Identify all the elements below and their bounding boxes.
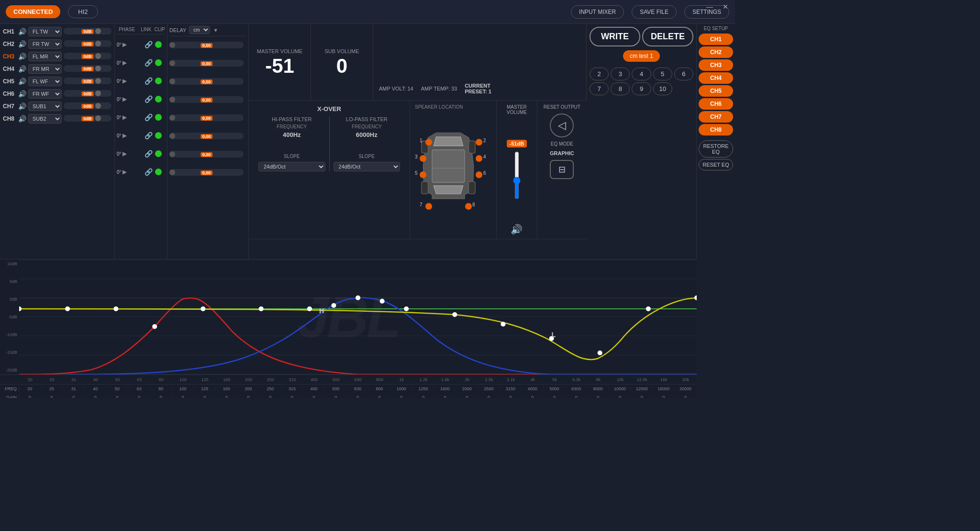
phase-arrow-0[interactable]: ▶ [122, 41, 127, 48]
eq-table-cell: 630 [347, 386, 369, 391]
eq-ch-button-ch5[interactable]: CH5 [699, 85, 733, 97]
phase-arrow-6[interactable]: ▶ [122, 150, 127, 157]
phase-arrow-3[interactable]: ▶ [122, 96, 127, 102]
link-icon-0[interactable]: 🔗 [144, 41, 153, 48]
connected-button[interactable]: CONNECTED [6, 5, 60, 18]
link-icon-5[interactable]: 🔗 [144, 132, 153, 139]
eq-ch-button-ch2[interactable]: CH2 [699, 46, 733, 58]
ch-speaker-icon-1[interactable]: 🔊 [18, 40, 26, 48]
link-icon-4[interactable]: 🔗 [144, 113, 153, 121]
svg-point-12 [307, 306, 312, 311]
ch-select-7[interactable]: SUB2 [28, 114, 62, 124]
preset-num-btn-6[interactable]: 6 [674, 68, 693, 80]
speaker-diagram: 1 2 3 4 5 6 7 8 [415, 112, 491, 235]
hi2-button[interactable]: HI2 [68, 5, 98, 18]
delete-button[interactable]: DELETE [642, 27, 693, 46]
phase-arrow-2[interactable]: ▶ [122, 78, 127, 84]
eq-table-cell: 12500 [631, 386, 653, 391]
link-icon-6[interactable]: 🔗 [144, 150, 153, 158]
delay-unit-select[interactable]: cm [189, 26, 210, 34]
minimize-button[interactable]: — [703, 2, 716, 11]
save-file-button[interactable]: SAVE FILE [632, 5, 677, 19]
svg-rect-3 [469, 141, 476, 153]
svg-point-21 [646, 306, 651, 311]
eq-table-row-gain: GAIN0000000000000000000000000000000 [0, 393, 697, 398]
ch-select-4[interactable]: FL WF [28, 77, 62, 86]
ch-speaker-icon-5[interactable]: 🔊 [18, 90, 26, 98]
link-icon-3[interactable]: 🔗 [144, 95, 153, 103]
ch-slider-7[interactable] [64, 115, 111, 122]
ch-slider-0[interactable] [64, 28, 111, 34]
ch-select-1[interactable]: FR TW [28, 39, 62, 49]
speaker-dot-8[interactable] [465, 203, 472, 210]
eq-table-cell: 3150 [500, 386, 522, 391]
ch-slider-1[interactable] [64, 40, 111, 47]
ch-select-2[interactable]: FL MR [28, 52, 62, 61]
close-button[interactable]: ✕ [720, 2, 731, 11]
eq-table-cell: 200 [238, 386, 260, 391]
preset-num-btn-7[interactable]: 7 [590, 82, 609, 95]
eq-ch-button-ch8[interactable]: CH8 [699, 124, 733, 136]
preset-num-btn-9[interactable]: 9 [632, 82, 651, 95]
restore-eq-button[interactable]: RESTORE EQ [699, 140, 733, 158]
eq-ch-button-ch4[interactable]: CH4 [699, 72, 733, 84]
hipass-slope-select[interactable]: 24dB/Oct [258, 162, 325, 171]
phase-arrow-7[interactable]: ▶ [122, 169, 127, 175]
eq-ch-button-ch1[interactable]: CH1 [699, 34, 733, 45]
preset-num-btn-8[interactable]: 8 [611, 82, 630, 95]
clip-dot-1 [155, 59, 162, 66]
speaker-dot-6[interactable] [476, 171, 482, 178]
ch-slider-4[interactable] [64, 78, 111, 84]
ch-slider-3[interactable] [64, 65, 111, 72]
ch-speaker-icon-6[interactable]: 🔊 [18, 102, 26, 110]
ch-slider-5[interactable] [64, 90, 111, 97]
speaker-dot-1[interactable] [425, 139, 432, 146]
reset-output-button[interactable]: ◁ [550, 113, 574, 137]
phase-arrow-5[interactable]: ▶ [122, 132, 127, 139]
middle-section: X-OVER HI-PASS FILTER FREQUENCY 400Hz SL… [249, 101, 587, 239]
ch-speaker-icon-2[interactable]: 🔊 [18, 53, 26, 60]
speaker-dot-4[interactable] [476, 155, 482, 162]
ch-speaker-icon-7[interactable]: 🔊 [18, 115, 26, 123]
speaker-dot-2[interactable] [476, 139, 482, 146]
ch-slider-6[interactable] [64, 102, 111, 109]
write-button[interactable]: WRITE [590, 27, 640, 46]
eq-mode-label: EQ MODE [551, 141, 573, 147]
eq-ch-button-ch6[interactable]: CH6 [699, 98, 733, 110]
preset-num-btn-5[interactable]: 5 [653, 68, 672, 80]
phase-arrow-4[interactable]: ▶ [122, 114, 127, 121]
delay-slider-wrap-6: 0,00 [169, 151, 244, 158]
ch-slider-2[interactable] [64, 53, 111, 59]
preset-num-btn-10[interactable]: 10 [653, 82, 672, 95]
ch-speaker-icon-0[interactable]: 🔊 [18, 28, 26, 35]
ch-speaker-icon-4[interactable]: 🔊 [18, 78, 26, 85]
link-icon-1[interactable]: 🔗 [144, 59, 153, 67]
eq-ch-button-ch3[interactable]: CH3 [699, 59, 733, 71]
link-icon-7[interactable]: 🔗 [144, 168, 153, 176]
speaker-dot-7[interactable] [425, 203, 432, 210]
preset-name-button[interactable]: cm test 1 [623, 50, 660, 62]
input-mixer-button[interactable]: INPUT MIXER [571, 5, 624, 19]
speaker-dot-3[interactable] [420, 155, 426, 162]
eq-mode-button[interactable]: ⊟ [550, 160, 574, 179]
preset-num-btn-4[interactable]: 4 [632, 68, 651, 80]
eq-table-cell: 100 [172, 386, 194, 391]
master-volume-slider[interactable] [512, 151, 522, 199]
preset-num-btn-2[interactable]: 2 [590, 68, 609, 80]
ch-select-0[interactable]: FL TW [28, 27, 62, 36]
ch-select-3[interactable]: FR MR [28, 64, 62, 74]
channel-row-ch7: CH7 🔊 SUB1 0dB [3, 101, 111, 112]
speaker-dot-5[interactable] [420, 171, 426, 178]
lopass-slope-select[interactable]: 24dB/Oct [334, 162, 401, 171]
phase-arrow-1[interactable]: ▶ [122, 59, 127, 66]
ch-select-5[interactable]: FR WF [28, 89, 62, 99]
ch-speaker-icon-3[interactable]: 🔊 [18, 65, 26, 73]
eq-ch-button-ch7[interactable]: CH7 [699, 111, 733, 123]
preset-grid: 2345678910 [590, 68, 693, 95]
ch-select-6[interactable]: SUB1 [28, 102, 62, 111]
eq-table-cell: 0 [390, 395, 412, 398]
reset-eq-button[interactable]: RESET EQ [699, 159, 733, 170]
preset-num-btn-3[interactable]: 3 [611, 68, 630, 80]
link-icon-2[interactable]: 🔗 [144, 77, 153, 85]
eq-table-cell: 0 [303, 395, 325, 398]
